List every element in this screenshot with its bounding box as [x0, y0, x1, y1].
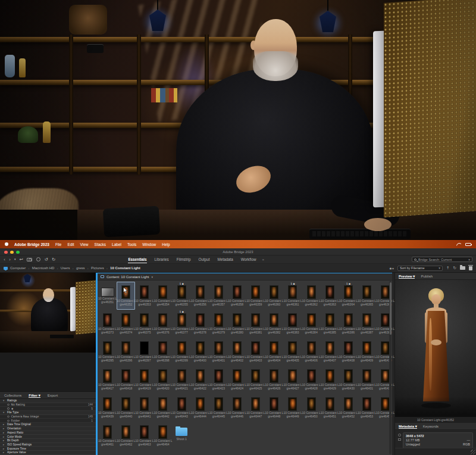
rotate-menu-icon[interactable]: ↻ [453, 266, 456, 270]
filter-by-rating-icon[interactable]: ★▾ [389, 266, 394, 270]
thumbnail-cell[interactable]: 10 Constant Lgre46375 [135, 310, 154, 338]
thumbnail-cell[interactable]: 10 Constant Lgre46397 [135, 338, 154, 366]
tab-preview[interactable]: Preview ▾ [399, 274, 415, 279]
menu-item-view[interactable]: View [80, 242, 89, 247]
thumbnail-cell[interactable]: 10 Constant Lgre46384 [302, 310, 321, 338]
expand-icon[interactable]: ▸ [3, 447, 7, 450]
tab-essentials[interactable]: Essentials [128, 256, 146, 263]
thumbnail-cell[interactable]: 10 Constant Lgre46454 [376, 394, 394, 422]
thumbnail-cell[interactable]: 10 Constant Lgre46450 [302, 394, 321, 422]
thumbnail-cell[interactable]: 10 Constant Lgre46439 [98, 394, 117, 422]
collapse-icon[interactable]: ▾ [3, 399, 7, 402]
thumbnail-cell[interactable]: 10 Constant Lgre46405 [283, 338, 302, 366]
expand-icon[interactable]: ▸ [3, 427, 7, 430]
breadcrumb-item[interactable]: Pictures [91, 266, 104, 270]
breadcrumb-item[interactable]: Computer [10, 266, 26, 270]
thumbnail-cell[interactable]: 10 Constant Lgre46387 [358, 310, 376, 338]
thumbnail-cell[interactable]: 10 Constant Lgre46428 [302, 366, 321, 394]
breadcrumb-item[interactable]: 10 Constant Light [110, 266, 140, 270]
filter-section-exposure-time[interactable]: ▸Exposure Time [0, 447, 96, 451]
thumbnail-cell[interactable]: 1 ▪10 Constant Lgre46364 [339, 282, 358, 310]
tab-export[interactable]: Export [48, 394, 58, 397]
thumbnail-cell[interactable]: 10 Constant Lgre46357 [209, 282, 228, 310]
thumbnail-cell[interactable]: 10 Constant Lgre46388 [376, 310, 394, 338]
thumbnail-cell[interactable]: 10 Constant Lgre46432 [376, 366, 394, 394]
thumbnail-cell[interactable]: 10 Constant Lgre46353 [135, 282, 154, 310]
search-caret-icon[interactable]: ▾ [468, 258, 470, 261]
tab-metadata[interactable]: Metadata ▾ [399, 424, 417, 429]
expand-icon[interactable]: ▸ [3, 431, 7, 434]
thumbnail-cell[interactable]: 10 Constant Lgre46448 [265, 394, 283, 422]
menu-item-stacks[interactable]: Stacks [95, 242, 107, 247]
thumbnail-cell[interactable]: 10 Constant Lgre46410 [376, 338, 394, 366]
thumbnail-cell[interactable]: 10 Constant Lgre46463 [135, 422, 154, 450]
breadcrumb-item[interactable]: Users [61, 266, 70, 270]
thumbnail-cell[interactable]: 10 Constant Lgre46351 [98, 282, 117, 310]
rotate-cw-icon[interactable]: ↻ [52, 257, 55, 262]
filter-item[interactable]: No Rating144 [0, 403, 96, 407]
thumbnail-cell[interactable]: 10 Constant Lgre46373 [98, 310, 117, 338]
thumbnail-cell[interactable]: 10 Constant Lgre46427 [283, 366, 302, 394]
thumbnail-cell[interactable]: 10 Constant Lgre46385 [321, 310, 339, 338]
thumbnail-cell[interactable]: 10 Constant Lgre46424 [228, 366, 246, 394]
thumbnail-cell[interactable]: 10 Constant Lgre46378 [191, 310, 209, 338]
thumbnail-cell[interactable]: 10 Constant Lgre46396 [117, 338, 135, 366]
rotate-ccw-icon[interactable]: ↺ [45, 257, 48, 262]
thumbnail-cell[interactable]: 10 Constant Lgre46418 [117, 366, 135, 394]
thumbnail-cell[interactable]: 10 Constant Lgre46352 [117, 282, 135, 310]
thumbnail-cell[interactable]: 10 Constant Lgre46451 [321, 394, 339, 422]
thumbnail-cell[interactable]: 10 Constant Lgre46443 [173, 394, 191, 422]
thumbnail-cell[interactable]: 10 Constant Lgre46358 [228, 282, 246, 310]
tab-libraries[interactable]: Libraries [155, 256, 169, 263]
content-scrollbar[interactable] [389, 281, 392, 454]
thumbnail-cell[interactable]: 10 Constant Lgre46374 [117, 310, 135, 338]
wifi-icon[interactable] [456, 243, 461, 246]
tab-output[interactable]: Output [199, 256, 210, 263]
expand-icon[interactable]: ▸ [3, 451, 7, 454]
thumbnail-cell[interactable]: 10 Constant Lgre46417 [98, 366, 117, 394]
thumbnail-cell[interactable]: 10 Constant Lgre46442 [154, 394, 172, 422]
filter-item[interactable]: Camera Raw Image149 [0, 415, 96, 419]
filter-item[interactable]: ★5 [0, 407, 96, 411]
thumbnail-cell[interactable]: 10 Constant Lgre46400 [191, 338, 209, 366]
thumbnail-cell[interactable]: 10 Constant Lgre46452 [339, 394, 358, 422]
menu-item-tools[interactable]: Tools [127, 242, 136, 247]
filter-section-date-time-original[interactable]: ▸Date Time Original [0, 423, 96, 427]
thumbnail-cell[interactable]: 10 Constant Lgre46381 [246, 310, 265, 338]
thumbnail-cell[interactable]: 10 Constant Lgre46441 [135, 394, 154, 422]
thumbnail-cell[interactable]: 10 Constant Lgre46426 [265, 366, 283, 394]
thumbnail-cell[interactable]: 1 ▪10 Constant Lgre46355 [173, 282, 191, 310]
new-folder-icon[interactable] [460, 266, 465, 270]
thumbnail-cell[interactable]: 10 Constant Lgre46462 [117, 422, 135, 450]
open-in-camera-raw-icon[interactable] [36, 257, 40, 261]
tab-keywords[interactable]: Keywords [423, 425, 439, 428]
thumbnail-cell[interactable]: 10 Constant Lgre46447 [246, 394, 265, 422]
get-photos-from-camera-icon[interactable] [27, 258, 32, 261]
filter-section-file-type[interactable]: ▾File Type [0, 411, 96, 415]
thumbnail-cell[interactable]: 10 Constant Lgre46431 [358, 366, 376, 394]
sort-dropdown[interactable]: Sort by Filename ▾ [397, 266, 443, 271]
filter-checkbox[interactable] [7, 420, 10, 422]
chevron-down-icon[interactable]: ▾ [151, 275, 153, 279]
thumbnail-cell[interactable]: 10 Constant Lgre46380 [228, 310, 246, 338]
thumbnail-cell[interactable]: 10 Constant Lgre46398 [154, 338, 172, 366]
resize-grip[interactable] [471, 450, 475, 454]
thumbnail-cell[interactable]: 10 Constant Lgre46382 [265, 310, 283, 338]
thumbnail-cell[interactable]: 10 Constant Lgre46386 [339, 310, 358, 338]
tab-publish[interactable]: Publish [421, 275, 433, 278]
sort-ascending-icon[interactable]: ↑ [446, 266, 449, 270]
forward-icon[interactable]: › [9, 257, 11, 262]
menu-item-help[interactable]: Help [162, 242, 170, 247]
thumbnail-cell[interactable]: 10 Constant Lgre46402 [228, 338, 246, 366]
filter-checkbox[interactable] [7, 407, 10, 410]
thumbnail-cell[interactable]: 10 Constant Lgre46444 [191, 394, 209, 422]
thumbnail-cell[interactable]: 10 Constant Lgre46356 [191, 282, 209, 310]
thumbnail-cell[interactable]: 10 Constant Lgre46420 [154, 366, 172, 394]
thumbnail-cell[interactable]: 10 Constant Lgre46464 [154, 422, 172, 450]
thumbnail-cell[interactable]: 10 Constant Lgre46425 [246, 366, 265, 394]
filter-section-orientation[interactable]: ▸Orientation [0, 427, 96, 431]
tab-metadata[interactable]: Metadata [217, 256, 233, 263]
thumbnail-cell[interactable]: 10 Constant Lgre46366 [376, 282, 394, 310]
recent-caret-icon[interactable]: ▾ [14, 258, 16, 261]
apple-logo-icon[interactable] [5, 242, 8, 246]
